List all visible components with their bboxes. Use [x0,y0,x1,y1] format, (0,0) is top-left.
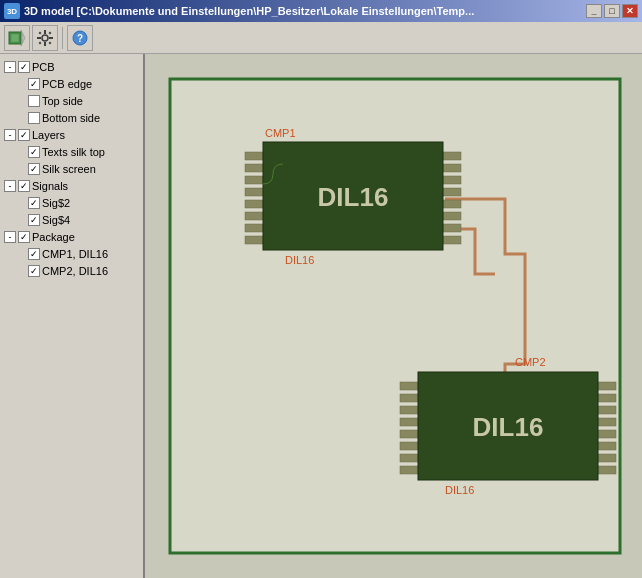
svg-rect-38 [400,430,418,438]
svg-rect-11 [49,41,52,44]
svg-rect-48 [598,454,616,462]
svg-rect-5 [44,42,46,46]
svg-rect-24 [443,152,461,160]
svg-rect-34 [400,382,418,390]
label-layers: Layers [32,129,65,141]
checkbox-top-side[interactable] [28,95,40,107]
svg-rect-28 [443,200,461,208]
svg-rect-7 [49,37,53,39]
svg-text:DIL16: DIL16 [473,412,544,442]
tree-item-layers[interactable]: - Layers [0,126,143,143]
expand-package-icon[interactable]: - [4,231,16,243]
tree-item-signals[interactable]: - Signals [0,177,143,194]
label-pcb: PCB [32,61,55,73]
svg-rect-35 [400,394,418,402]
checkbox-cmp2[interactable] [28,265,40,277]
label-sig2: Sig$2 [42,197,70,209]
checkbox-bottom-side[interactable] [28,112,40,124]
expand-layers-icon[interactable]: - [4,129,16,141]
toolbar-separator [62,27,63,49]
toolbar: ? [0,22,642,54]
svg-rect-25 [443,164,461,172]
title-bar: 3D 3D model [C:\Dokumente und Einstellun… [0,0,642,22]
toolbar-btn-help[interactable]: ? [67,25,93,51]
render-icon [8,29,26,47]
svg-rect-27 [443,188,461,196]
svg-point-3 [42,35,48,41]
tree-item-sig4[interactable]: Sig$4 [0,211,143,228]
help-icon: ? [71,29,89,47]
svg-rect-1 [11,34,19,42]
checkbox-package[interactable] [18,231,30,243]
tree-item-pcb[interactable]: - PCB [0,58,143,75]
svg-rect-4 [44,30,46,34]
svg-marker-2 [21,30,25,46]
svg-rect-40 [400,454,418,462]
svg-rect-21 [245,212,263,220]
label-signals: Signals [32,180,68,192]
checkbox-cmp1[interactable] [28,248,40,260]
svg-rect-30 [443,224,461,232]
svg-text:?: ? [77,33,83,44]
svg-rect-16 [245,152,263,160]
tree-item-cmp2[interactable]: CMP2, DIL16 [0,262,143,279]
svg-rect-20 [245,200,263,208]
svg-rect-10 [39,41,42,44]
label-cmp1: CMP1, DIL16 [42,248,108,260]
tree-item-bottom-side[interactable]: Bottom side [0,109,143,126]
label-texts-silk: Texts silk top [42,146,105,158]
title-bar-left: 3D 3D model [C:\Dokumente und Einstellun… [4,3,474,19]
window-title: 3D model [C:\Dokumente und Einstellungen… [24,5,474,17]
svg-rect-43 [598,394,616,402]
checkbox-texts-silk[interactable] [28,146,40,158]
tree-item-texts-silk[interactable]: Texts silk top [0,143,143,160]
svg-text:DIL16: DIL16 [318,182,389,212]
svg-rect-44 [598,406,616,414]
checkbox-pcb[interactable] [18,61,30,73]
app-icon: 3D [4,3,20,19]
svg-rect-42 [598,382,616,390]
checkbox-pcb-edge[interactable] [28,78,40,90]
toolbar-btn-settings[interactable] [32,25,58,51]
tree-item-silk-screen[interactable]: Silk screen [0,160,143,177]
settings-icon [36,29,54,47]
checkbox-sig2[interactable] [28,197,40,209]
close-button[interactable]: ✕ [622,4,638,18]
title-controls: _ □ ✕ [586,4,638,18]
pcb-3d-view[interactable]: DIL16 CMP1 DIL16 [145,54,642,578]
svg-rect-47 [598,442,616,450]
tree-item-package[interactable]: - Package [0,228,143,245]
minimize-button[interactable]: _ [586,4,602,18]
pcb-svg-canvas: DIL16 CMP1 DIL16 [145,54,642,578]
svg-rect-36 [400,406,418,414]
expand-pcb-icon[interactable]: - [4,61,16,73]
tree-item-top-side[interactable]: Top side [0,92,143,109]
cmp2-sublabel: DIL16 [445,484,474,496]
expand-signals-icon[interactable]: - [4,180,16,192]
svg-rect-37 [400,418,418,426]
label-silk-screen: Silk screen [42,163,96,175]
tree-item-cmp1[interactable]: CMP1, DIL16 [0,245,143,262]
svg-rect-39 [400,442,418,450]
checkbox-layers[interactable] [18,129,30,141]
tree-item-pcb-edge[interactable]: PCB edge [0,75,143,92]
svg-rect-29 [443,212,461,220]
svg-rect-31 [443,236,461,244]
left-panel: - PCB PCB edge Top side Bottom side - La… [0,54,145,578]
svg-rect-18 [245,176,263,184]
svg-rect-8 [39,31,42,34]
svg-rect-49 [598,466,616,474]
maximize-button[interactable]: □ [604,4,620,18]
main-layout: - PCB PCB edge Top side Bottom side - La… [0,54,642,578]
toolbar-btn-render[interactable] [4,25,30,51]
tree-item-sig2[interactable]: Sig$2 [0,194,143,211]
svg-rect-41 [400,466,418,474]
label-bottom-side: Bottom side [42,112,100,124]
checkbox-sig4[interactable] [28,214,40,226]
checkbox-signals[interactable] [18,180,30,192]
label-sig4: Sig$4 [42,214,70,226]
checkbox-silk-screen[interactable] [28,163,40,175]
cmp2-text: CMP2 [515,356,546,368]
svg-rect-26 [443,176,461,184]
svg-rect-22 [245,224,263,232]
